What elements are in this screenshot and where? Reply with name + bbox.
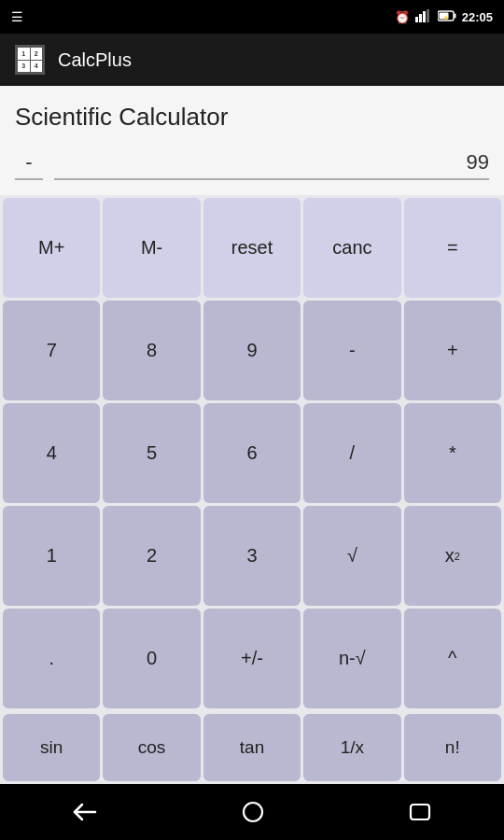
status-right: ⏰ ⚡ 22:05 <box>395 9 493 25</box>
btn-sqrt[interactable]: √ <box>303 506 400 606</box>
btn-power[interactable]: ^ <box>404 609 501 708</box>
svg-rect-0 <box>415 17 418 22</box>
svg-rect-3 <box>427 9 429 22</box>
app-title: CalcPlus <box>58 49 132 71</box>
app-bar: 1 2 3 4 CalcPlus <box>0 34 504 86</box>
calc-row-4: 1 2 3 √ x2 <box>3 506 501 606</box>
btn-1[interactable]: 1 <box>3 506 100 606</box>
nav-recents-button[interactable] <box>390 795 450 829</box>
sci-row: sin cos tan 1/x n! <box>0 711 504 784</box>
app-icon-cell-2: 2 <box>31 48 43 60</box>
hamburger-icon: ☰ <box>11 9 23 24</box>
btn-reset[interactable]: reset <box>203 198 301 298</box>
svg-rect-10 <box>411 805 429 819</box>
app-icon-cell-1: 1 <box>18 48 30 60</box>
btn-9[interactable]: 9 <box>203 301 301 400</box>
btn-cos[interactable]: cos <box>103 714 200 781</box>
alarm-icon: ⏰ <box>395 10 410 24</box>
btn-tan[interactable]: tan <box>203 714 301 781</box>
battery-icon: ⚡ <box>438 10 456 24</box>
display-sign: - <box>15 150 43 180</box>
nav-back-button[interactable] <box>54 795 116 829</box>
calc-row-1: M+ M- reset canc = <box>3 198 501 298</box>
btn-6[interactable]: 6 <box>203 403 301 503</box>
app-icon: 1 2 3 4 <box>15 45 45 75</box>
btn-plusminus[interactable]: +/- <box>203 609 301 708</box>
btn-5[interactable]: 5 <box>103 403 200 503</box>
app-icon-cell-4: 4 <box>31 61 43 73</box>
btn-memory-plus[interactable]: M+ <box>3 198 100 298</box>
btn-cancel[interactable]: canc <box>303 198 400 298</box>
btn-divide[interactable]: / <box>303 403 400 503</box>
signal-icon <box>415 9 432 25</box>
time-display: 22:05 <box>462 10 493 24</box>
btn-2[interactable]: 2 <box>103 506 200 606</box>
btn-sin[interactable]: sin <box>3 714 100 781</box>
btn-3[interactable]: 3 <box>203 506 301 606</box>
calc-row-5: . 0 +/- n-√ ^ <box>3 609 501 708</box>
page-header: Scientific Calculator <box>0 86 504 143</box>
svg-rect-2 <box>423 11 426 22</box>
btn-square[interactable]: x2 <box>404 506 501 606</box>
page-title: Scientific Calculator <box>15 103 489 132</box>
svg-rect-5 <box>454 13 455 18</box>
calc-row-3: 4 5 6 / * <box>3 403 501 503</box>
btn-factorial[interactable]: n! <box>404 714 501 781</box>
app-icon-cell-3: 3 <box>18 61 30 73</box>
calculator-grid: M+ M- reset canc = 7 8 9 - + 4 5 6 / * 1… <box>0 195 504 711</box>
nav-bar <box>0 784 504 840</box>
btn-8[interactable]: 8 <box>103 301 200 400</box>
svg-text:⚡: ⚡ <box>442 14 450 21</box>
btn-reciprocal[interactable]: 1/x <box>303 714 400 781</box>
svg-rect-1 <box>419 14 422 22</box>
status-left: ☰ <box>11 9 23 24</box>
btn-0[interactable]: 0 <box>103 609 200 708</box>
btn-equals[interactable]: = <box>404 198 501 298</box>
btn-memory-minus[interactable]: M- <box>103 198 200 298</box>
svg-point-9 <box>244 803 262 821</box>
btn-7[interactable]: 7 <box>3 301 100 400</box>
btn-nth-root[interactable]: n-√ <box>303 609 400 708</box>
btn-multiply[interactable]: * <box>404 403 501 503</box>
status-bar: ☰ ⏰ ⚡ 22:05 <box>0 0 504 34</box>
display-value: 99 <box>54 150 489 180</box>
calc-row-2: 7 8 9 - + <box>3 301 501 400</box>
nav-home-button[interactable] <box>223 793 283 831</box>
btn-add[interactable]: + <box>404 301 501 400</box>
btn-decimal[interactable]: . <box>3 609 100 708</box>
btn-4[interactable]: 4 <box>3 403 100 503</box>
display-area: - 99 <box>0 143 504 195</box>
btn-subtract[interactable]: - <box>303 301 400 400</box>
